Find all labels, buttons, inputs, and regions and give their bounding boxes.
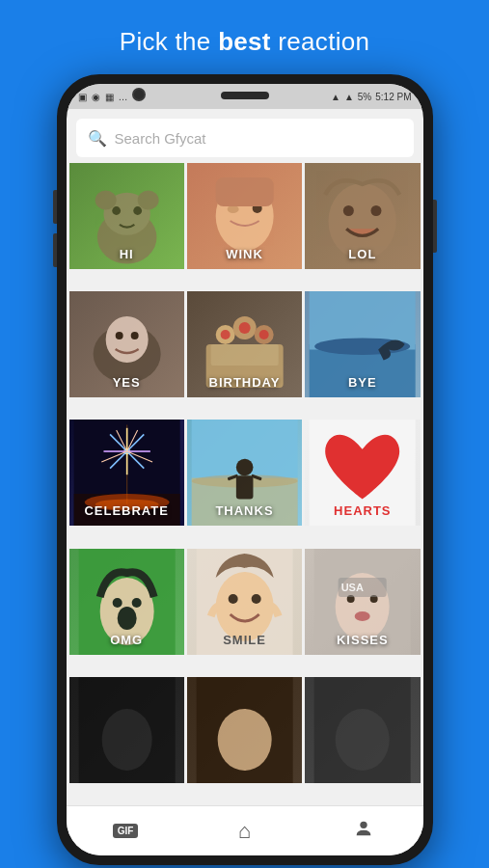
gif-icon: GIF bbox=[113, 824, 139, 838]
grid-item-yes[interactable]: YES bbox=[69, 291, 184, 397]
svg-point-11 bbox=[343, 205, 354, 216]
signal-icon: ▲ bbox=[344, 92, 354, 102]
grid-item-bye[interactable]: BYE bbox=[305, 291, 420, 397]
svg-point-4 bbox=[95, 191, 116, 210]
grid-item-birthday[interactable]: BIRTHDAY bbox=[187, 291, 302, 397]
grid-label-lol: LOL bbox=[305, 247, 420, 261]
svg-point-56 bbox=[112, 598, 122, 608]
grid-label-smile: SMILE bbox=[187, 633, 302, 647]
grid-label-birthday: BIRTHDAY bbox=[187, 375, 302, 390]
svg-point-14 bbox=[105, 316, 148, 363]
clock: 5:12 PM bbox=[375, 92, 411, 102]
front-camera bbox=[132, 88, 146, 101]
grid-item-bottom3[interactable] bbox=[305, 677, 420, 783]
more-icon: … bbox=[119, 92, 128, 102]
grid-label-hi: HI bbox=[69, 247, 184, 261]
svg-point-12 bbox=[371, 205, 382, 216]
page-header: Pick the best reaction bbox=[120, 27, 370, 57]
grid-item-hi[interactable]: HI bbox=[69, 163, 184, 269]
battery-percent: 5% bbox=[358, 92, 371, 102]
grid-item-wink[interactable]: WINK bbox=[187, 163, 302, 269]
gif-nav-button[interactable]: GIF bbox=[96, 812, 154, 851]
grid-label-thanks: THANKS bbox=[187, 503, 302, 518]
grid-item-omg[interactable]: OMG bbox=[69, 549, 184, 655]
svg-point-23 bbox=[238, 322, 250, 334]
status-right-info: ▲ ▲ 5% 5:12 PM bbox=[331, 92, 412, 102]
grid-label-wink: WINK bbox=[187, 247, 302, 261]
wifi-icon: ▲ bbox=[331, 92, 340, 102]
grid-item-kisses[interactable]: USA KISSES bbox=[305, 549, 420, 655]
svg-point-22 bbox=[220, 330, 230, 339]
svg-rect-50 bbox=[236, 476, 254, 500]
grid-item-hearts[interactable]: HEARTS bbox=[305, 420, 420, 526]
instagram-icon: ◉ bbox=[92, 92, 100, 102]
svg-point-75 bbox=[336, 709, 390, 771]
svg-point-61 bbox=[228, 594, 237, 604]
photos-icon: ▦ bbox=[105, 92, 114, 102]
phone-frame: ▣ ◉ ▦ … ▲ ▲ 5% 5:12 PM 🔍 Search Gfycat bbox=[57, 74, 433, 865]
svg-point-62 bbox=[251, 594, 260, 604]
grid-label-omg: OMG bbox=[69, 633, 184, 647]
svg-point-5 bbox=[137, 191, 158, 210]
grid-label-hearts: HEARTS bbox=[305, 503, 420, 518]
search-icon: 🔍 bbox=[88, 129, 107, 148]
svg-point-7 bbox=[227, 205, 238, 213]
svg-point-73 bbox=[217, 709, 271, 771]
volume-up-button bbox=[53, 190, 57, 224]
svg-point-71 bbox=[101, 709, 151, 771]
svg-point-2 bbox=[112, 206, 121, 215]
grid-item-bottom1[interactable] bbox=[69, 677, 184, 783]
grid-label-celebrate: CELEBRATE bbox=[69, 503, 184, 518]
svg-rect-9 bbox=[215, 177, 273, 206]
grid-item-smile[interactable]: SMILE bbox=[187, 549, 302, 655]
power-button bbox=[433, 200, 437, 253]
search-bar[interactable]: 🔍 Search Gfycat bbox=[76, 119, 414, 157]
grid-item-celebrate[interactable]: CELEBRATE bbox=[69, 420, 184, 526]
svg-point-49 bbox=[236, 459, 254, 476]
person-icon bbox=[353, 818, 374, 845]
svg-point-24 bbox=[258, 330, 268, 339]
grid-item-bottom2[interactable] bbox=[187, 677, 302, 783]
svg-point-16 bbox=[130, 332, 138, 339]
volume-down-button bbox=[53, 233, 57, 267]
search-placeholder: Search Gfycat bbox=[115, 130, 206, 147]
svg-point-58 bbox=[117, 607, 136, 630]
home-nav-button[interactable]: ⌂ bbox=[215, 812, 273, 851]
reaction-grid: HI WINK bbox=[67, 163, 423, 805]
bottom-navigation: GIF ⌂ bbox=[67, 805, 423, 855]
grid-label-yes: YES bbox=[69, 375, 184, 390]
svg-point-76 bbox=[360, 821, 367, 827]
svg-point-57 bbox=[131, 598, 141, 608]
status-bar: ▣ ◉ ▦ … ▲ ▲ 5% 5:12 PM bbox=[67, 84, 423, 109]
svg-point-67 bbox=[355, 611, 370, 621]
svg-rect-18 bbox=[210, 344, 278, 366]
phone-screen: ▣ ◉ ▦ … ▲ ▲ 5% 5:12 PM 🔍 Search Gfycat bbox=[67, 84, 423, 855]
svg-point-15 bbox=[115, 332, 122, 339]
grid-item-thanks[interactable]: THANKS bbox=[187, 420, 302, 526]
profile-nav-button[interactable] bbox=[335, 812, 393, 851]
svg-text:USA: USA bbox=[341, 582, 364, 593]
home-icon: ⌂ bbox=[238, 819, 251, 844]
notification-icon: ▣ bbox=[78, 92, 87, 102]
grid-item-lol[interactable]: LOL bbox=[305, 163, 420, 269]
grid-label-bye: BYE bbox=[305, 375, 420, 390]
svg-point-3 bbox=[133, 206, 142, 215]
status-left-icons: ▣ ◉ ▦ … bbox=[78, 92, 128, 102]
grid-label-kisses: KISSES bbox=[305, 633, 420, 647]
